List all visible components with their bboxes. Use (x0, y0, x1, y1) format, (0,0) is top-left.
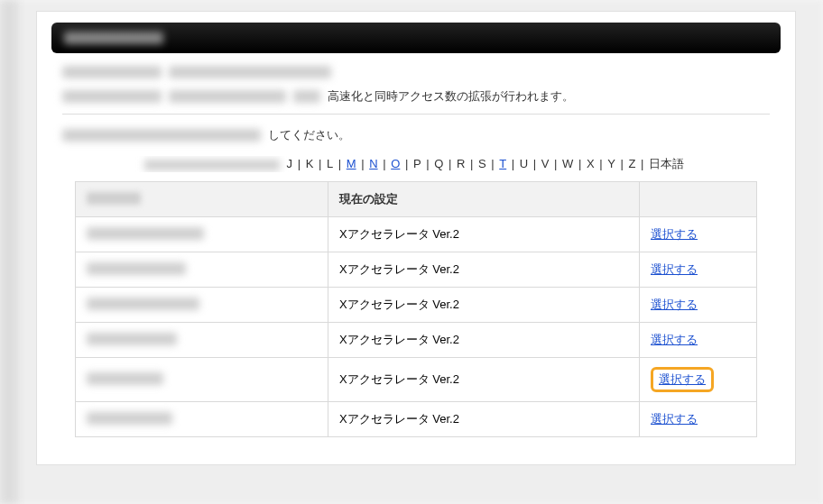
domain-cell (76, 217, 328, 252)
description-line-2: 高速化と同時アクセス数の拡張が行われます。 (62, 86, 770, 106)
table-row: Xアクセラレータ Ver.2選択する (76, 358, 757, 402)
domain-cell (76, 252, 328, 288)
alpha-item-Z: Z (627, 157, 638, 170)
alpha-item-K: K (304, 157, 316, 170)
action-cell: 選択する (640, 358, 757, 402)
alpha-item-S: S (476, 157, 488, 170)
alpha-link-N[interactable]: N (367, 157, 379, 170)
alpha-link-M[interactable]: M (345, 157, 358, 170)
select-link[interactable]: 選択する (651, 262, 698, 276)
instruction-line: してください。 (62, 127, 770, 143)
action-cell: 選択する (640, 288, 757, 323)
table-row: Xアクセラレータ Ver.2選択する (76, 402, 757, 437)
domain-settings-table: 現在の設定 Xアクセラレータ Ver.2選択するXアクセラレータ Ver.2選択… (75, 181, 757, 437)
table-row: Xアクセラレータ Ver.2選択する (76, 288, 757, 323)
alpha-link-O[interactable]: O (389, 157, 402, 170)
current-setting-cell: Xアクセラレータ Ver.2 (328, 323, 640, 358)
description-text: 高速化と同時アクセス数の拡張が行われます。 (328, 86, 574, 106)
action-cell: 選択する (640, 402, 757, 437)
settings-panel: 高速化と同時アクセス数の拡張が行われます。 してください。 J | K | L … (36, 11, 796, 465)
table-header-current: 現在の設定 (328, 182, 640, 217)
alpha-item-R: R (455, 157, 467, 170)
alpha-item-V: V (540, 157, 551, 170)
current-setting-cell: Xアクセラレータ Ver.2 (328, 252, 640, 288)
current-setting-cell: Xアクセラレータ Ver.2 (328, 217, 640, 252)
panel-title-bar (51, 23, 781, 53)
select-link[interactable]: 選択する (651, 412, 698, 426)
alpha-index-nav: J | K | L | M | N | O | P | Q | R | S | … (91, 156, 741, 172)
current-setting-cell: Xアクセラレータ Ver.2 (328, 288, 640, 323)
alpha-item-P: P (412, 157, 423, 170)
table-row: Xアクセラレータ Ver.2選択する (76, 252, 757, 288)
alpha-item-W: W (560, 157, 575, 170)
current-setting-cell: Xアクセラレータ Ver.2 (328, 358, 640, 402)
alpha-item-U: U (518, 157, 530, 170)
action-cell: 選択する (640, 217, 757, 252)
table-row: Xアクセラレータ Ver.2選択する (76, 323, 757, 358)
select-link[interactable]: 選択する (651, 227, 698, 241)
action-cell: 選択する (640, 323, 757, 358)
select-link[interactable]: 選択する (659, 372, 706, 386)
alpha-item-L: L (325, 157, 335, 170)
action-cell: 選択する (640, 252, 757, 288)
domain-cell (76, 323, 328, 358)
domain-cell (76, 288, 328, 323)
alpha-item-Q: Q (432, 157, 445, 170)
domain-cell (76, 402, 328, 437)
alpha-item-J: J (285, 157, 295, 170)
table-row: Xアクセラレータ Ver.2選択する (76, 217, 757, 252)
description-line-1 (62, 66, 770, 78)
highlight-ring: 選択する (651, 367, 714, 392)
select-link[interactable]: 選択する (651, 298, 698, 311)
alpha-nav-blurred-lead (144, 160, 280, 170)
current-setting-cell: Xアクセラレータ Ver.2 (328, 402, 640, 437)
alpha-item-日本語: 日本語 (647, 157, 686, 170)
table-header-action (640, 182, 757, 217)
divider (62, 114, 770, 115)
select-link[interactable]: 選択する (651, 333, 698, 346)
alpha-link-T[interactable]: T (497, 157, 508, 170)
alpha-item-Y: Y (606, 157, 617, 170)
alpha-item-X: X (585, 157, 596, 170)
table-header-domain (76, 182, 328, 217)
instruction-text: してください。 (268, 127, 350, 143)
panel-title-blurred (64, 32, 163, 44)
domain-cell (76, 358, 328, 402)
